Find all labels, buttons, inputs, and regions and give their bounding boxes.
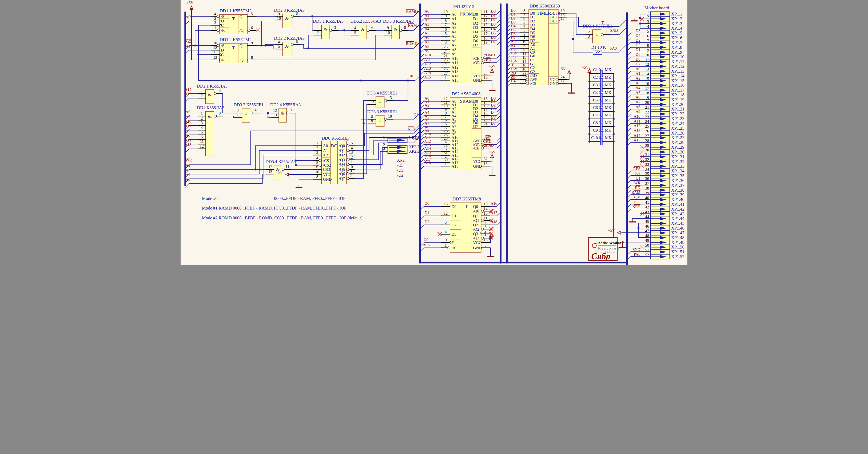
junction-dot (506, 262, 508, 264)
text-label: 12 (213, 46, 217, 50)
text-label: 1 (317, 26, 319, 30)
text-label: /Q4 (339, 162, 345, 167)
text-label: 3 (647, 19, 649, 24)
text-label: 1 (316, 141, 318, 145)
text-label: & (281, 110, 285, 116)
inversion-circle (291, 43, 294, 46)
text-label: XP1.32 (671, 159, 684, 164)
text-label: DD3.2 К555ЛЕ1 (234, 102, 264, 107)
text-label: U1 (636, 176, 641, 180)
text-label: 4 (445, 230, 447, 234)
text-label: RAMD (406, 9, 418, 13)
text-label: WR (486, 135, 492, 140)
text-label: 43 (645, 210, 649, 214)
text-label: T (465, 204, 468, 209)
text-label: /Q3 (473, 236, 479, 240)
text-label: D (221, 48, 224, 52)
text-label: A2 (636, 76, 641, 80)
text-label: 32 (484, 157, 488, 161)
text-label: F/8 (510, 47, 516, 52)
text-label: D4 (473, 30, 478, 34)
text-label: CS3 (323, 167, 330, 172)
text-label: 17 (645, 86, 649, 90)
text-label: A6 (186, 110, 190, 114)
junction-dot (588, 80, 591, 82)
text-label: 2 (201, 116, 203, 120)
text-label: D2 (491, 18, 496, 22)
text-label: +5V (489, 64, 496, 68)
text-label: GND (473, 164, 482, 169)
junction-dot (260, 44, 263, 47)
text-label: A3 (451, 25, 456, 30)
text-label: 1 (379, 117, 381, 122)
text-label: A11 (424, 57, 431, 62)
text-label: XP1.51 (671, 249, 684, 254)
text-label: XP1.6 (671, 35, 682, 40)
text-label: DD3.1 К555ЛЕ1 (583, 24, 613, 29)
text-label: C7 0,1 МК (593, 113, 611, 117)
chip-DS2: DS2 AS6C4008SRAM12A011A110A29A38A47A56A6… (444, 91, 488, 170)
text-label: 9 (647, 48, 649, 52)
text-label: XP1.49 (671, 240, 684, 245)
text-label: XP2.3 (409, 149, 419, 153)
junction-dot (588, 95, 591, 97)
text-label: XP1.31 (671, 154, 684, 159)
text-label: +5V (633, 195, 641, 200)
text-label: U0 (424, 238, 428, 242)
text-label: C (451, 240, 454, 245)
text-label: Q (240, 43, 243, 48)
inversion-circle (346, 149, 349, 152)
text-label: 38 (645, 186, 649, 190)
inversion-circle (346, 154, 349, 156)
inversion-circle (217, 15, 220, 18)
text-label: XP1.23 (671, 116, 684, 121)
text-label: /Q6 (339, 171, 345, 176)
text-label: 8 (404, 25, 406, 30)
text-label: D5 (511, 28, 516, 32)
text-label: XP1.39 (671, 192, 684, 197)
text-label: RAM (408, 23, 417, 28)
text-label: A5 (425, 31, 429, 35)
text-label: A2 (186, 163, 190, 168)
text-label: A18 (451, 164, 459, 169)
text-label: XP1.47 (671, 230, 684, 235)
text-label: 51 (645, 248, 649, 252)
text-label: PROM (460, 11, 473, 17)
text-label: XP1.12 (671, 64, 684, 69)
text-label: 11 (286, 164, 289, 169)
text-label: A10 (634, 114, 641, 119)
text-label: 5 (278, 44, 280, 49)
text-label: C (221, 23, 223, 28)
junction-dot (588, 133, 591, 135)
text-label: 11 (484, 10, 487, 14)
text-label: /Q1 (339, 148, 345, 153)
text-label: /Q (240, 28, 244, 33)
text-label: 6 (251, 26, 253, 30)
text-label: +5V (510, 51, 518, 55)
text-label: 4 (254, 108, 257, 112)
text-label: /R (451, 246, 455, 250)
text-label: D0 (636, 57, 641, 61)
junction-dot (295, 164, 297, 166)
text-label: RAMD (482, 143, 494, 147)
text-label: A1 (425, 13, 429, 18)
inversion-circle (248, 59, 250, 61)
text-label: A13 (451, 69, 458, 74)
text-label: A10 (185, 119, 191, 124)
text-label: /Q7 (339, 176, 345, 181)
text-label: 10 (388, 114, 392, 119)
text-label: XP1.1 (671, 11, 682, 17)
text-label: XP1.16 (671, 83, 684, 88)
text-label: 2 (647, 14, 649, 19)
text-label: 28 (484, 71, 488, 75)
text-label: A11 (451, 60, 458, 65)
text-label: +5V (559, 67, 566, 71)
text-label: VCC (323, 172, 331, 177)
text-label: XP1.30 (671, 149, 684, 155)
text-label: +5V (608, 228, 615, 233)
junction-dot (197, 54, 199, 56)
text-label: 30 (645, 148, 649, 152)
text-label: D5 (473, 34, 478, 38)
text-label: XP1.36 (671, 178, 684, 183)
text-label: 8 (316, 175, 318, 179)
